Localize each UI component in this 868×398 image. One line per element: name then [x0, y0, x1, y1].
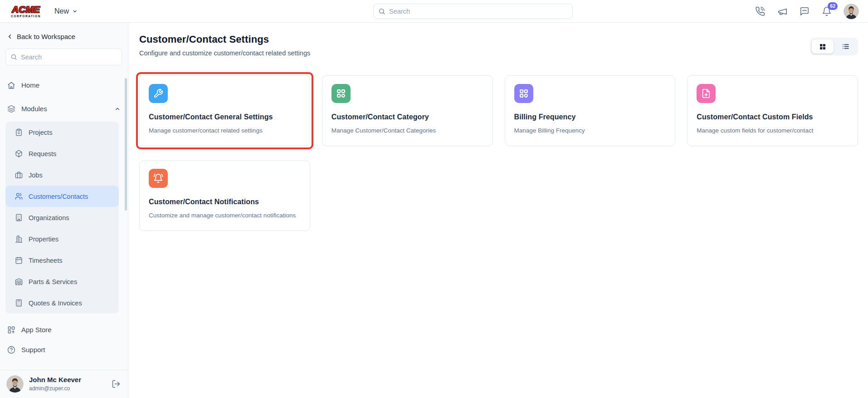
- user-avatar[interactable]: [844, 4, 859, 19]
- warehouse-icon: [15, 278, 23, 285]
- card-title: Customer/Contact Custom Fields: [697, 113, 848, 121]
- page-title: Customer/Contact Settings: [139, 34, 310, 45]
- sidebar-item-requests[interactable]: Requests: [5, 143, 119, 164]
- card-customer-contact-category[interactable]: Customer/Contact Category Manage Custome…: [322, 75, 493, 146]
- view-toggle: [810, 38, 858, 55]
- main-content: Customer/Contact Settings Configure and …: [128, 23, 868, 398]
- back-to-workspace-link[interactable]: Back to Workspace: [6, 33, 121, 40]
- calendar-icon: [15, 256, 23, 264]
- chevron-left-icon: [6, 33, 13, 40]
- card-title: Customer/Contact Notifications: [149, 198, 301, 206]
- sidebar-item-properties[interactable]: Properties: [5, 228, 119, 250]
- notifications-bell-icon[interactable]: 62: [821, 6, 832, 17]
- sidebar-search[interactable]: [5, 49, 122, 65]
- logo-text: ACME: [10, 5, 42, 14]
- sidebar-item-home[interactable]: Home: [0, 79, 128, 91]
- sidebar-item-jobs[interactable]: Jobs: [5, 164, 119, 186]
- calculator-icon: [15, 299, 23, 307]
- company-logo[interactable]: ACME CORPORATION: [10, 5, 42, 18]
- card-title: Customer/Contact Category: [332, 113, 483, 121]
- card-customer-contact-custom-fields[interactable]: Customer/Contact Custom Fields Manage cu…: [687, 75, 858, 146]
- clipboard-icon: [15, 128, 23, 136]
- sidebar-search-input[interactable]: [21, 54, 117, 61]
- global-search-input[interactable]: [389, 8, 568, 15]
- user-avatar[interactable]: [6, 375, 24, 393]
- home-icon: [7, 81, 15, 89]
- sidebar-item-app-store[interactable]: App Store: [0, 324, 128, 336]
- user-email: admin@zuper.co: [29, 385, 106, 392]
- card-description: Manage Billing Frequency: [514, 126, 666, 136]
- sidebar-item-parts-services[interactable]: Parts & Services: [5, 271, 119, 292]
- card-customer-contact-general-settings[interactable]: Customer/Contact General Settings Manage…: [139, 75, 310, 146]
- card-description: Customize and manage customer/contact no…: [149, 211, 301, 221]
- category-icon: [514, 84, 533, 103]
- sidebar-item-timesheets[interactable]: Timesheets: [5, 250, 119, 271]
- notification-count-badge: 62: [828, 2, 838, 10]
- card-customer-contact-notifications[interactable]: Customer/Contact Notifications Customize…: [139, 160, 310, 231]
- app-store-grid-plus-icon: [7, 326, 15, 334]
- logout-icon[interactable]: [112, 379, 121, 388]
- global-search[interactable]: [373, 4, 573, 19]
- card-description: Manage Customer/Contact Categories: [332, 126, 483, 136]
- chat-messages-icon[interactable]: [799, 6, 810, 17]
- property-building-icon: [15, 235, 23, 243]
- grid-view-button[interactable]: [812, 39, 834, 54]
- layers-icon: [7, 105, 15, 113]
- sidebar-item-projects[interactable]: Projects: [5, 122, 119, 143]
- wrench-icon: [149, 84, 168, 103]
- card-billing-frequency[interactable]: Billing Frequency Manage Billing Frequen…: [505, 75, 676, 146]
- category-icon: [332, 84, 351, 103]
- file-plus-icon: [697, 84, 716, 103]
- help-circle-icon: [7, 346, 15, 354]
- package-icon: [15, 150, 23, 157]
- phone-call-icon[interactable]: [755, 6, 766, 17]
- sidebar-item-support[interactable]: Support: [0, 344, 128, 356]
- sidebar-item-quotes-invoices[interactable]: Quotes & Invoices: [5, 292, 119, 314]
- sidebar-item-customers-contacts[interactable]: Customers/Contacts: [5, 186, 119, 207]
- sidebar-item-modules[interactable]: Modules: [0, 103, 128, 115]
- card-title: Billing Frequency: [514, 113, 666, 121]
- sidebar-scrollbar[interactable]: [125, 78, 127, 211]
- chevron-down-icon: [72, 9, 78, 14]
- sidebar-user-section: John Mc Keever admin@zuper.co: [0, 370, 128, 398]
- card-description: Manage customer/contact related settings: [149, 126, 301, 136]
- sidebar: Back to Workspace Home Modules Projects: [0, 23, 128, 398]
- announcements-megaphone-icon[interactable]: [777, 6, 788, 17]
- settings-card-grid: Customer/Contact General Settings Manage…: [139, 75, 858, 231]
- card-description: Manage custom fields for customer/contac…: [697, 126, 848, 136]
- bell-ring-icon: [149, 169, 168, 188]
- modules-submenu: Projects Requests Jobs Customers/Contact…: [5, 122, 119, 314]
- list-view-button[interactable]: [834, 39, 856, 54]
- user-name: John Mc Keever: [29, 376, 106, 384]
- search-icon: [378, 8, 385, 15]
- search-icon: [10, 54, 17, 60]
- card-title: Customer/Contact General Settings: [149, 113, 301, 121]
- building-icon: [15, 214, 23, 221]
- new-dropdown-button[interactable]: New: [54, 7, 78, 15]
- chevron-up-icon: [114, 106, 121, 112]
- top-header: ACME CORPORATION New 62: [0, 0, 868, 23]
- users-icon: [15, 192, 23, 200]
- page-subtitle: Configure and customize customer/contact…: [139, 49, 310, 57]
- briefcase-icon: [15, 171, 23, 179]
- sidebar-item-organizations[interactable]: Organizations: [5, 207, 119, 228]
